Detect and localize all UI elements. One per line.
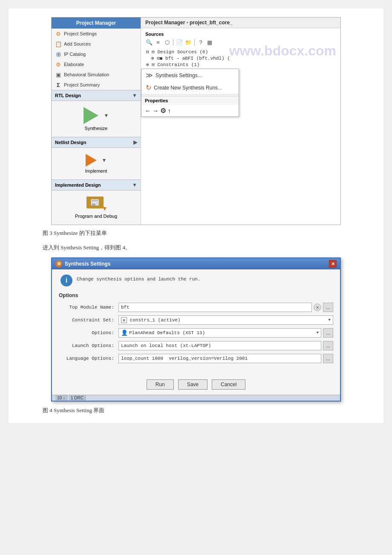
- menu-separator: [141, 95, 239, 95]
- list-icon[interactable]: ≡: [154, 38, 162, 46]
- clear-button[interactable]: ✕: [314, 304, 321, 311]
- project-manager-panel: Project Manager ⚙ Project Settings 📋 Add…: [52, 17, 141, 225]
- chevron-down-icon[interactable]: ▼: [104, 113, 109, 119]
- constraint-set-label: Constraint Set:: [59, 318, 114, 323]
- sidebar-item-behavioral-sim[interactable]: ▣ Behavioral Simulation: [52, 69, 141, 80]
- grid-icon[interactable]: ▦: [206, 38, 213, 46]
- menu-item-label: Create New Synthesis Runs...: [154, 85, 222, 91]
- sigma-icon: Σ: [55, 81, 62, 88]
- chevron-down-icon[interactable]: ▼: [102, 157, 107, 163]
- implement-play-button[interactable]: [86, 154, 98, 167]
- tree-item[interactable]: ⊕ ⊟ Constraints (1): [145, 61, 336, 68]
- launch-options-input[interactable]: [118, 341, 321, 350]
- person-icon: 👤: [121, 330, 128, 336]
- launch-options-label: Launch Options:: [59, 343, 114, 348]
- language-options-label: Language Options:: [59, 356, 114, 361]
- dialog-footer: Run Save Cancel: [52, 375, 340, 395]
- pointer-icon[interactable]: ↑: [168, 107, 171, 114]
- hierarchy-icon[interactable]: ⬡: [163, 38, 171, 46]
- top-module-row: ✕ …: [118, 303, 333, 312]
- run-button[interactable]: Run: [147, 379, 174, 390]
- sources-label: Sources: [145, 32, 336, 37]
- ip-icon: ⊞: [55, 51, 62, 58]
- synthesis-settings-menu-item[interactable]: ≫ Synthesis Settings...: [141, 69, 239, 81]
- dialog-icon: ⚙: [55, 260, 62, 267]
- dialog-statusbar: 10 ↓ 1 DRC: [52, 395, 340, 401]
- constraint-icon: ⊞: [121, 317, 127, 323]
- browse-button[interactable]: …: [323, 303, 333, 312]
- save-button[interactable]: Save: [178, 379, 208, 390]
- sources-toolbar: 🔍 ≡ ⬡ 📄 📁 ? ▦: [145, 38, 336, 46]
- options-row: 👤 PlanAhead Defaults (XST 13) ▼ …: [118, 328, 333, 338]
- info-row: i Change synthesis options and launch th…: [59, 275, 333, 286]
- dialog-close-button[interactable]: ✕: [329, 260, 337, 268]
- separator: [194, 39, 195, 46]
- sidebar-item-label: Project Settings: [64, 31, 97, 36]
- browse-button[interactable]: …: [323, 354, 333, 363]
- help-icon[interactable]: ?: [197, 38, 205, 46]
- folder-icon[interactable]: 📁: [184, 38, 192, 46]
- sidebar-item-project-settings[interactable]: ⚙ Project Settings: [52, 29, 141, 39]
- chevron-down-icon: ▼: [132, 182, 137, 188]
- back-icon[interactable]: ←: [145, 107, 151, 114]
- properties-label: Properties: [141, 96, 239, 105]
- language-options-row: …: [118, 354, 333, 363]
- status-page: 10 ↓: [55, 395, 67, 401]
- tree-item[interactable]: ⊟ ⊟ Design Sources (6): [145, 49, 336, 55]
- language-options-input[interactable]: [118, 354, 321, 363]
- sidebar-item-project-summary[interactable]: Σ Project Summary: [52, 80, 141, 90]
- figure4-caption: 图 4 Synthesis Setting 界面: [43, 407, 375, 414]
- gear-icon: ⚙: [55, 30, 62, 37]
- synthesize-play-button[interactable]: [84, 107, 101, 124]
- search-icon[interactable]: 🔍: [145, 38, 153, 46]
- settings-icon[interactable]: ⚙: [160, 107, 166, 115]
- launch-options-row: …: [118, 341, 333, 350]
- implement-label: Implement: [85, 168, 107, 173]
- info-text: Change synthesis options and launch the …: [77, 275, 200, 282]
- sidebar-item-label: IP Catalog: [64, 52, 86, 57]
- constraint-set-dropdown[interactable]: ⊞ constrs_1 (active) ▼: [118, 315, 333, 325]
- synthesize-label: Synthesize: [85, 126, 108, 131]
- chevron-down-icon: ▼: [329, 318, 331, 322]
- sidebar-item-elaborate[interactable]: ⚙ Elaborate: [52, 59, 141, 69]
- options-field-label: Options:: [59, 330, 114, 335]
- netlist-design-section[interactable]: Netlist Design ▶: [52, 137, 141, 148]
- figure3-caption: 图 3 Synthesize 的下拉菜单: [43, 229, 375, 237]
- synthesis-settings-icon: ≫: [146, 71, 153, 79]
- chevron-down-icon: ▶: [133, 139, 137, 145]
- sidebar-item-label: Behavioral Simulation: [64, 72, 109, 77]
- sidebar-item-add-sources[interactable]: 📋 Add Sources: [52, 39, 141, 49]
- top-module-input[interactable]: [118, 303, 312, 312]
- synthesis-dropdown-menu: ≫ Synthesis Settings... ↻ Create New Syn…: [141, 69, 239, 117]
- program-debug-area: 📰 ▼ Program and Debug: [52, 191, 141, 225]
- synthesis-settings-dialog: ⚙ Synthesis Settings ✕ i Change synthesi…: [51, 257, 341, 402]
- properties-icons-bar: ← → ⚙ ↑: [141, 105, 239, 116]
- options-grid: Top Module Name: ✕ … Constraint Set: ⊞ c…: [59, 303, 333, 363]
- dialog-titlebar: ⚙ Synthesis Settings ✕: [52, 258, 340, 269]
- file-icon[interactable]: 📄: [176, 38, 183, 46]
- implement-area: ▼ Implement: [52, 148, 141, 179]
- sidebar-item-ip-catalog[interactable]: ⊞ IP Catalog: [52, 49, 141, 59]
- sidebar-item-label: Elaborate: [64, 62, 84, 67]
- browse-button[interactable]: …: [323, 341, 333, 350]
- elaborate-icon: ⚙: [55, 61, 62, 68]
- top-module-label: Top Module Name:: [59, 305, 114, 310]
- pm-header: Project Manager: [52, 17, 141, 29]
- cancel-button[interactable]: Cancel: [212, 379, 245, 390]
- sidebar-item-label: Project Summary: [64, 82, 100, 87]
- create-synthesis-runs-menu-item[interactable]: ↻ Create New Synthesis Runs...: [141, 81, 239, 94]
- rtl-design-section[interactable]: RTL Design ▼: [52, 90, 141, 101]
- synthesize-area: ▼ Synthesize: [52, 101, 141, 137]
- browse-button[interactable]: …: [323, 328, 333, 338]
- options-value: 👤 PlanAhead Defaults (XST 13): [121, 330, 205, 336]
- constraint-set-value: ⊞ constrs_1 (active): [121, 317, 180, 323]
- forward-icon[interactable]: →: [153, 107, 159, 114]
- constraint-set-row: ⊞ constrs_1 (active) ▼: [118, 315, 333, 325]
- panel-title: Project Manager - project_bft_core_: [141, 17, 340, 28]
- implemented-design-section[interactable]: Implemented Design ▼: [52, 179, 141, 191]
- menu-item-label: Synthesis Settings...: [156, 72, 202, 78]
- chevron-down-icon: ▼: [317, 331, 319, 335]
- options-dropdown[interactable]: 👤 PlanAhead Defaults (XST 13) ▼: [118, 328, 321, 338]
- tree-item[interactable]: ⊕ ⊟◼ bft – aBFI (bft.vhdl) (: [145, 55, 336, 61]
- main-content-panel: Project Manager - project_bft_core_ Sour…: [141, 17, 340, 225]
